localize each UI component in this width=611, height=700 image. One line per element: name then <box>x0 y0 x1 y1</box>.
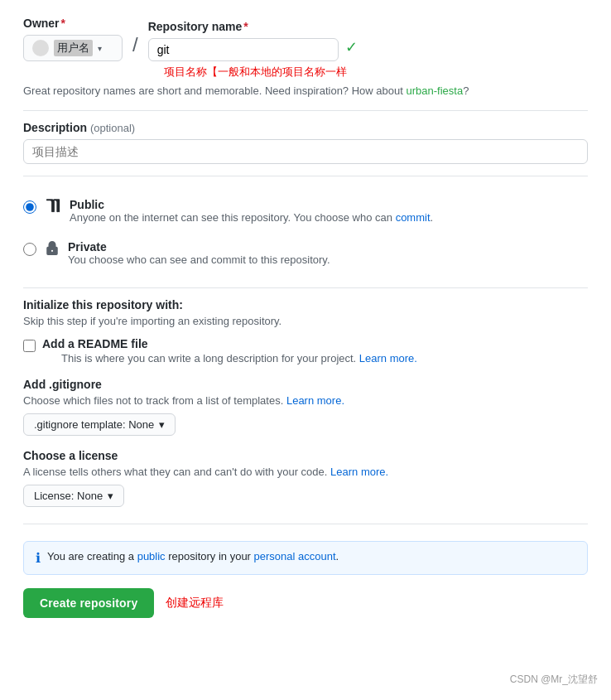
readme-hint: This is where you can write a long descr… <box>61 352 417 364</box>
repo-name-label: Repository name* <box>148 20 339 33</box>
csdn-credit: CSDN @Mr_沈望舒 <box>510 673 598 687</box>
license-learn-more-link[interactable]: Learn more. <box>330 466 388 478</box>
license-title: Choose a license <box>23 449 588 462</box>
license-btn-label: License: None <box>34 490 103 502</box>
gitignore-learn-more-link[interactable]: Learn more. <box>286 394 344 407</box>
readme-row: Add a README file This is where you can … <box>23 337 588 364</box>
private-desc: You choose who can see and commit to thi… <box>68 253 330 266</box>
license-dropdown-btn[interactable]: License: None ▾ <box>23 485 124 507</box>
private-text-wrap: Private You choose who can see and commi… <box>68 240 330 266</box>
book-icon <box>45 198 61 219</box>
initialize-section: Initialize this repository with: Skip th… <box>23 298 588 507</box>
required-star-owner: * <box>61 17 65 30</box>
description-label: Description (optional) <box>23 121 588 134</box>
divider-1 <box>23 110 588 111</box>
private-option: Private You choose who can see and commi… <box>23 232 588 274</box>
public-desc: Anyone on the internet can see this repo… <box>70 211 433 224</box>
repo-name-annotation: 项目名称【一般和本地的项目名称一样 <box>164 65 588 80</box>
chevron-down-icon: ▾ <box>98 44 102 53</box>
suggestion-link[interactable]: urban-fiesta <box>406 84 463 97</box>
gitignore-dropdown-btn[interactable]: .gitignore template: None ▾ <box>23 413 176 436</box>
gitignore-hint: Choose which files not to track from a l… <box>23 394 588 407</box>
repo-name-input[interactable] <box>148 38 339 61</box>
info-box: ℹ You are creating a public repository i… <box>23 541 588 575</box>
owner-dropdown[interactable]: 用户名 ▾ <box>23 35 123 61</box>
public-option: Public Anyone on the internet can see th… <box>23 190 588 232</box>
license-hint: A license tells others what they can and… <box>23 466 588 478</box>
divider-2 <box>23 176 588 176</box>
readme-label: Add a README file <box>42 337 417 350</box>
private-title: Private <box>68 240 330 253</box>
gitignore-title: Add .gitignore <box>23 378 588 391</box>
slash-divider: / <box>132 33 138 61</box>
create-annotation: 创建远程库 <box>166 596 224 611</box>
owner-label: Owner* <box>23 17 123 30</box>
personal-account-link[interactable]: personal account <box>254 550 336 562</box>
public-title: Public <box>70 198 433 211</box>
lock-icon <box>45 240 60 261</box>
visibility-section: Public Anyone on the internet can see th… <box>23 190 588 274</box>
create-repository-button[interactable]: Create repository <box>23 588 154 618</box>
divider-3 <box>23 287 588 288</box>
info-icon: ℹ <box>36 550 41 566</box>
info-text: You are creating a public repository in … <box>47 550 339 562</box>
license-chevron-icon: ▾ <box>108 490 113 502</box>
readme-checkbox[interactable] <box>23 340 36 352</box>
initialize-title: Initialize this repository with: <box>23 298 588 311</box>
divider-4 <box>23 524 588 524</box>
bottom-row: Create repository 创建远程库 <box>23 588 588 618</box>
readme-learn-more-link[interactable]: Learn more. <box>359 352 417 364</box>
required-star-repo: * <box>243 20 248 33</box>
commit-link[interactable]: commit <box>396 211 431 224</box>
gitignore-chevron-icon: ▾ <box>159 418 165 431</box>
public-info-link[interactable]: public <box>137 550 166 562</box>
private-radio[interactable] <box>23 243 36 256</box>
description-input[interactable] <box>23 139 588 164</box>
owner-avatar <box>32 40 49 56</box>
public-text-wrap: Public Anyone on the internet can see th… <box>70 198 433 224</box>
initialize-hint: Skip this step if you're importing an ex… <box>23 315 588 327</box>
repo-hint: Great repository names are short and mem… <box>23 84 588 97</box>
valid-checkmark-icon: ✓ <box>345 38 358 61</box>
owner-name: 用户名 <box>54 40 93 56</box>
gitignore-btn-label: .gitignore template: None <box>34 418 154 431</box>
public-radio[interactable] <box>23 200 36 214</box>
